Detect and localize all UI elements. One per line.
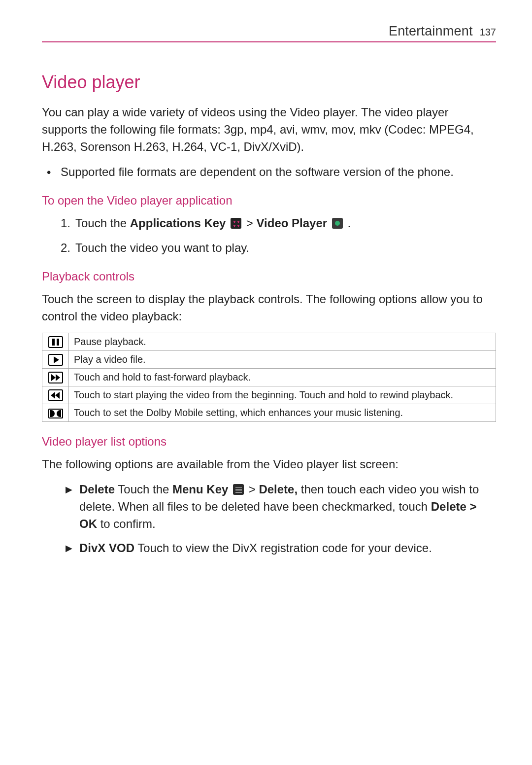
pause-icon-cell [42,333,69,351]
rewind-icon [48,389,63,401]
subhead-open-app: To open the Video player application [42,194,496,208]
bullet-dot-icon: • [47,163,61,181]
list-item: 1. Touch the Applications Key > Video Pl… [61,214,496,232]
arrow-icon: ▶ [66,481,79,532]
option-text: DivX VOD Touch to view the DivX registra… [79,539,432,556]
applications-key-icon [231,218,241,229]
arrow-list: ▶ Delete Touch the Menu Key > Delete, th… [66,481,496,556]
fast-forward-icon [48,372,63,383]
dolby-icon-cell [42,404,69,422]
pause-desc: Pause playback. [69,333,496,351]
list-item: • Supported file formats are dependent o… [47,163,496,181]
applications-key-label: Applications Key [130,216,226,230]
bullet-list: • Supported file formats are dependent o… [42,163,496,181]
table-row: Touch to start playing the video from th… [42,386,496,404]
step-text: Touch the video you want to play. [75,239,249,257]
list-options-intro: The following options are available from… [42,455,496,473]
menu-key-icon [233,484,244,495]
table-row: Touch and hold to fast-forward playback. [42,369,496,386]
list-item: ▶ Delete Touch the Menu Key > Delete, th… [66,481,496,532]
subhead-playback: Playback controls [42,270,496,283]
playback-controls-table: Pause playback. Play a video file. Touch… [42,333,496,422]
play-icon [48,354,63,366]
numbered-list: 1. Touch the Applications Key > Video Pl… [61,214,496,257]
table-row: Play a video file. [42,351,496,369]
pause-icon [48,336,63,348]
section-title: Entertainment [389,24,473,39]
intro-paragraph: You can play a wide variety of videos us… [42,104,496,155]
table-row: Pause playback. [42,333,496,351]
menu-key-label: Menu Key [172,483,228,496]
playback-intro: Touch the screen to display the playback… [42,290,496,325]
bullet-text: Supported file formats are dependent on … [61,163,454,181]
manual-page: Entertainment 137 Video player You can p… [0,0,532,556]
dolby-desc: Touch to set the Dolby Mobile setting, w… [69,404,496,422]
rw-icon-cell [42,386,69,404]
page-title: Video player [42,72,496,93]
video-player-label: Video Player [257,216,328,230]
list-item: ▶ DivX VOD Touch to view the DivX regist… [66,539,496,556]
step-number: 1. [61,214,75,232]
play-icon-cell [42,351,69,369]
ff-icon-cell [42,369,69,386]
page-header: Entertainment 137 [42,24,496,42]
dolby-icon [48,409,63,418]
table-row: Touch to set the Dolby Mobile setting, w… [42,404,496,422]
ff-desc: Touch and hold to fast-forward playback. [69,369,496,386]
subhead-list-options: Video player list options [42,435,496,449]
play-desc: Play a video file. [69,351,496,369]
arrow-icon: ▶ [66,539,79,556]
step-text: Touch the Applications Key > Video Playe… [75,214,351,232]
step-number: 2. [61,239,75,257]
page-number: 137 [480,27,496,38]
video-player-icon [332,218,343,229]
option-text: Delete Touch the Menu Key > Delete, then… [79,481,496,532]
divx-vod-label: DivX VOD [79,541,134,555]
rw-desc: Touch to start playing the video from th… [69,386,496,404]
delete-label: Delete [79,483,115,496]
list-item: 2. Touch the video you want to play. [61,239,496,257]
